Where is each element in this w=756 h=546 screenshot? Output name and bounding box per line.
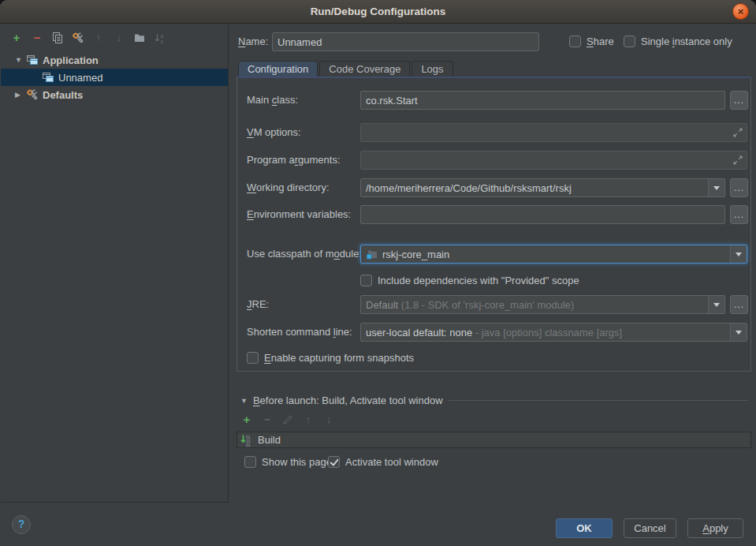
tree-item-label: Unnamed [58, 72, 102, 84]
dropdown-arrow-icon[interactable] [730, 245, 747, 263]
move-task-down-icon[interactable]: ↓ [322, 413, 335, 426]
include-provided-checkbox[interactable] [360, 275, 372, 286]
jre-label: JRE: [247, 295, 269, 314]
cancel-button[interactable]: Cancel [624, 518, 676, 538]
vm-options-label: VM options: [247, 123, 301, 142]
folder-icon[interactable] [133, 32, 146, 44]
tab-configuration[interactable]: Configuration [238, 61, 318, 77]
vm-options-row: VM options: [237, 123, 750, 142]
main-class-browse-button[interactable]: ... [730, 91, 748, 110]
expand-field-icon[interactable] [732, 155, 743, 166]
shorten-command-line-row: Shorten command line: user-local default… [237, 323, 750, 342]
tree-item-label: Defaults [43, 89, 83, 101]
main-class-row: Main class: ... [237, 91, 750, 110]
apply-button[interactable]: Apply [687, 518, 743, 538]
classpath-module-label: Use classpath of module: [247, 245, 362, 264]
capture-snapshots-label: Enable capturing form snapshots [264, 352, 414, 364]
activate-tool-window-checkbox-group: Activate tool window [328, 455, 438, 468]
svg-text:a: a [161, 33, 164, 39]
show-this-page-label: Show this page [262, 456, 332, 468]
move-up-icon[interactable]: ↑ [92, 32, 105, 44]
build-compile-icon: 011001 [240, 434, 253, 447]
add-configuration-icon[interactable]: + [10, 32, 23, 44]
name-input[interactable] [272, 32, 539, 51]
vm-options-input[interactable] [360, 123, 747, 142]
add-task-icon[interactable]: + [240, 413, 253, 426]
edit-task-icon[interactable] [281, 413, 294, 426]
remove-configuration-icon[interactable]: − [31, 32, 43, 44]
include-provided-label: Include dependencies with "Provided" sco… [378, 275, 579, 286]
help-icon: ? [18, 518, 25, 530]
single-instance-label: Single instance only [641, 36, 732, 47]
single-instance-checkbox-group: Single instance only [624, 35, 732, 47]
main-class-input[interactable] [360, 91, 725, 110]
before-launch-task-build[interactable]: 011001 Build [236, 432, 751, 448]
tree-item-unnamed[interactable]: Unnamed [1, 69, 228, 86]
classpath-module-combo[interactable]: rskj-core_main [360, 245, 747, 264]
working-directory-row: Working directory: /home/meriherrera/Cod… [237, 178, 750, 197]
help-button[interactable]: ? [12, 515, 31, 534]
move-task-up-icon[interactable]: ↑ [302, 413, 315, 426]
jre-browse-button[interactable]: ... [730, 295, 748, 314]
tab-code-coverage[interactable]: Code Coverage [319, 61, 410, 77]
chevron-right-icon[interactable]: ▶ [15, 91, 26, 99]
activate-tool-window-checkbox[interactable] [328, 456, 340, 468]
shorten-command-line-combo[interactable]: user-local default: none - java [options… [360, 323, 747, 342]
share-checkbox[interactable] [569, 36, 581, 47]
tree-item-defaults[interactable]: ▶ Defaults [1, 86, 228, 103]
show-this-page-checkbox[interactable] [244, 456, 256, 468]
window-title: Run/Debug Configurations [311, 6, 446, 17]
copy-configuration-icon[interactable] [51, 32, 64, 44]
main-class-label: Main class: [247, 91, 298, 110]
jre-combo[interactable]: Default (1.8 - SDK of 'rskj-core_main' m… [360, 295, 725, 314]
classpath-module-row: Use classpath of module: rskj-core_main [237, 245, 750, 264]
dropdown-arrow-icon[interactable] [708, 179, 724, 196]
dropdown-arrow-icon[interactable] [730, 323, 747, 341]
before-launch-toolbar: + − ↑ ↓ [240, 413, 335, 426]
capture-snapshots-checkbox-group: Enable capturing form snapshots [247, 351, 414, 364]
include-provided-checkbox-group: Include dependencies with "Provided" sco… [360, 274, 579, 286]
svg-text:01: 01 [246, 442, 251, 447]
working-directory-label: Working directory: [247, 178, 330, 197]
chevron-down-icon[interactable]: ▼ [15, 56, 26, 64]
defaults-wrench-icon [26, 88, 39, 101]
edit-defaults-icon[interactable] [72, 32, 84, 44]
capture-snapshots-checkbox[interactable] [247, 352, 259, 364]
before-launch-header[interactable]: ▼ Before launch: Build, Activate tool wi… [240, 395, 748, 406]
activate-tool-window-label: Activate tool window [345, 456, 438, 468]
chevron-down-icon[interactable]: ▼ [240, 397, 248, 405]
titlebar: Run/Debug Configurations × [0, 0, 756, 24]
program-arguments-input[interactable] [360, 151, 747, 170]
working-directory-browse-button[interactable]: ... [730, 178, 748, 197]
shorten-command-line-label: Shorten command line: [247, 323, 352, 342]
program-arguments-label: Program arguments: [247, 151, 341, 170]
separator-line [449, 400, 748, 401]
configuration-tab-panel: Main class: ... VM options: Program argu… [236, 77, 751, 372]
expand-field-icon[interactable] [732, 127, 743, 138]
close-button[interactable]: × [732, 3, 749, 20]
configurations-tree: ▼ Application Unnamed ▶ Defaults [1, 51, 228, 103]
configurations-sidebar: + − ↑ ↓ az ▼ Application [1, 24, 229, 503]
remove-task-icon[interactable]: − [261, 413, 274, 426]
task-label: Build [258, 434, 281, 446]
environment-variables-browse-button[interactable]: ... [730, 205, 748, 224]
ok-button[interactable]: OK [556, 518, 613, 538]
tab-logs[interactable]: Logs [412, 61, 452, 77]
application-icon [26, 54, 39, 66]
tree-item-application[interactable]: ▼ Application [1, 51, 228, 69]
svg-text:z: z [161, 39, 164, 44]
settings-tabs: Configuration Code Coverage Logs [238, 61, 453, 77]
single-instance-checkbox[interactable] [624, 36, 635, 47]
shorten-command-line-value: user-local default: none - java [options… [366, 327, 730, 338]
move-down-icon[interactable]: ↓ [113, 32, 125, 44]
sort-configurations-icon[interactable]: az [154, 32, 166, 44]
application-icon [42, 71, 54, 84]
environment-variables-input[interactable] [360, 205, 725, 224]
working-directory-combo[interactable]: /home/meriherrera/Code/Github/rsksmart/r… [360, 178, 725, 197]
share-label: Share [587, 36, 614, 47]
environment-variables-row: Environment variables: ... [237, 205, 750, 224]
run-debug-configurations-dialog: Run/Debug Configurations × + − ↑ ↓ az ▼ [0, 0, 756, 546]
dropdown-arrow-icon[interactable] [708, 296, 724, 313]
working-directory-value: /home/meriherrera/Code/Github/rsksmart/r… [366, 182, 708, 194]
tree-item-label: Application [43, 54, 99, 66]
